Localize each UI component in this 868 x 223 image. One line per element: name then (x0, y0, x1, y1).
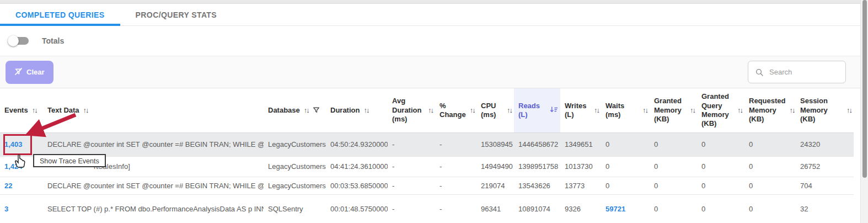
cell-requested_memory: 0 (749, 140, 753, 148)
cell-text_data: SELECT TOP (#) p.* FROM dbo.PerformanceA… (47, 205, 264, 213)
completed-queries-panel: COMPLETED QUERIES PROC/QUERY STATS Total… (0, 0, 868, 223)
column-label: Avg Duration (ms) (392, 97, 424, 124)
sort-descending-icon[interactable] (550, 106, 558, 115)
column-header-session_memory[interactable]: Session Memory (KB)↑↓ (796, 88, 854, 132)
waits-link[interactable]: 59721 (606, 205, 625, 213)
search-box[interactable] (748, 61, 846, 83)
clear-button[interactable]: Clear (6, 61, 53, 84)
column-header-pct_change[interactable]: % Change↑↓ (435, 88, 476, 132)
sort-updown-icon[interactable]: ↑↓ (304, 106, 309, 114)
cell-reads: 13543626 (518, 182, 550, 190)
column-header-granted_memory[interactable]: Granted Memory (KB)↑↓ (650, 88, 697, 132)
cell-waits: 0 (606, 182, 609, 190)
sort-updown-icon[interactable]: ↑↓ (789, 106, 794, 114)
scrollbar-thumb[interactable] (862, 0, 867, 178)
column-header-duration[interactable]: Duration↑↓ (326, 88, 388, 132)
sort-updown-icon[interactable]: ↑↓ (470, 106, 475, 114)
cell-granted_memory: 0 (654, 205, 658, 213)
column-header-writes[interactable]: Writes (L)↑↓ (560, 88, 601, 132)
filter-off-icon (14, 67, 23, 77)
column-header-text_data[interactable]: Text Data↑↓ (43, 88, 264, 132)
search-icon (755, 68, 764, 77)
column-header-granted_query_memory[interactable]: Granted Query Memory (KB)↑↓ (697, 88, 744, 132)
events-link[interactable]: 1,424 (4, 162, 23, 171)
tab-completed-queries[interactable]: COMPLETED QUERIES (0, 4, 120, 25)
sort-updown-icon[interactable]: ↑↓ (428, 106, 433, 114)
cell-duration: 04:41:24.3610000 (330, 162, 388, 171)
column-label: Database (268, 106, 300, 115)
queries-table-wrap: Events↑↓Text Data↑↓Database↑↓Duration↑↓A… (0, 88, 860, 223)
column-header-requested_memory[interactable]: Requested Memory (KB)↑↓ (744, 88, 796, 132)
column-label: Duration (330, 106, 360, 115)
cell-granted_query_memory: 0 (701, 182, 705, 190)
sort-updown-icon[interactable]: ↑↓ (690, 106, 695, 114)
cell-database: LegacyCustomers (268, 182, 326, 190)
cell-text_data: DECLARE @counter int SET @counter =# BEG… (47, 182, 264, 190)
column-header-cpu[interactable]: CPU (ms)↑↓ (476, 88, 514, 132)
filter-icon[interactable] (313, 107, 320, 114)
events-link[interactable]: 22 (4, 182, 12, 190)
table-row[interactable]: 1,403DECLARE @counter int SET @counter =… (0, 132, 854, 156)
sort-updown-icon[interactable]: ↑↓ (594, 106, 599, 114)
search-input[interactable] (769, 68, 835, 76)
sort-updown-icon[interactable]: ↑↓ (507, 106, 512, 114)
column-label: Waits (ms) (606, 102, 639, 120)
cell-duration: 00:03:53.6850000 (330, 182, 388, 190)
column-header-database[interactable]: Database↑↓ (264, 88, 326, 132)
tab-proc-query-stats[interactable]: PROC/QUERY STATS (120, 4, 232, 25)
totals-row: Totals (0, 26, 868, 56)
table-row[interactable]: 3SELECT TOP (#) p.* FROM dbo.Performance… (0, 194, 854, 223)
cell-avg_duration: - (392, 162, 394, 171)
sort-updown-icon[interactable]: ↑↓ (83, 106, 88, 114)
cell-writes: 13773 (565, 182, 585, 190)
cell-avg_duration: - (392, 205, 394, 213)
cell-granted_query_memory: 0 (701, 140, 705, 148)
cell-granted_memory: 0 (654, 162, 658, 171)
column-label: Granted Query Memory (KB) (701, 92, 733, 128)
sort-updown-icon[interactable]: ↑↓ (642, 106, 647, 114)
table-row[interactable]: 1,424rtSalesInfo]LegacyCustomers04:41:24… (0, 156, 854, 177)
sort-updown-icon[interactable]: ↑↓ (32, 106, 37, 114)
show-trace-events-tooltip: Show Trace Events (33, 154, 106, 167)
queries-table: Events↑↓Text Data↑↓Database↑↓Duration↑↓A… (0, 88, 854, 223)
events-link[interactable]: 1,403 (4, 140, 23, 148)
column-header-avg_duration[interactable]: Avg Duration (ms)↑↓ (388, 88, 435, 132)
cell-writes: 1013730 (565, 162, 593, 171)
cell-cpu: 219074 (481, 182, 505, 190)
cell-database: LegacyCustomers (268, 140, 326, 148)
vertical-scrollbar[interactable] (860, 0, 868, 223)
cell-duration: 04:50:24.9320000 (330, 140, 388, 148)
cell-duration: 00:01:48.5750000 (330, 205, 388, 213)
cell-pct_change: - (440, 182, 442, 190)
column-header-reads[interactable]: Reads (L) (514, 88, 560, 132)
totals-toggle[interactable] (8, 36, 30, 46)
cell-reads: 10891074 (518, 205, 550, 213)
cell-cpu: 15308945 (481, 140, 513, 148)
cell-reads: 1398951758 (518, 162, 558, 171)
cell-reads: 1446458672 (518, 140, 558, 148)
sort-updown-icon[interactable]: ↑↓ (363, 106, 368, 114)
cell-session_memory: 704 (800, 182, 812, 190)
cell-requested_memory: 0 (749, 205, 753, 213)
top-divider (0, 0, 868, 4)
cell-session_memory: 32 (800, 205, 808, 213)
column-label: Granted Memory (KB) (654, 97, 686, 124)
cell-granted_query_memory: 0 (701, 205, 705, 213)
events-link[interactable]: 3 (4, 205, 8, 213)
cell-session_memory: 26752 (800, 162, 820, 171)
cell-requested_memory: 0 (749, 182, 753, 190)
column-header-waits[interactable]: Waits (ms)↑↓ (601, 88, 650, 132)
table-row[interactable]: 22DECLARE @counter int SET @counter =# B… (0, 177, 854, 194)
tooltip-text: Show Trace Events (40, 157, 99, 165)
toolbar: Clear (0, 56, 868, 88)
totals-label: Totals (42, 36, 64, 45)
sort-updown-icon[interactable]: ↑↓ (737, 106, 742, 114)
table-header-row: Events↑↓Text Data↑↓Database↑↓Duration↑↓A… (0, 88, 854, 132)
cell-requested_memory: 0 (749, 162, 753, 171)
sort-updown-icon[interactable]: ↑↓ (846, 106, 851, 114)
column-label: Session Memory (KB) (800, 97, 843, 124)
cell-granted_memory: 0 (654, 182, 658, 190)
cell-text_data: DECLARE @counter int SET @counter =# BEG… (47, 140, 264, 148)
column-header-events[interactable]: Events↑↓ (0, 88, 43, 132)
cell-database: LegacyCustomers (268, 162, 326, 171)
